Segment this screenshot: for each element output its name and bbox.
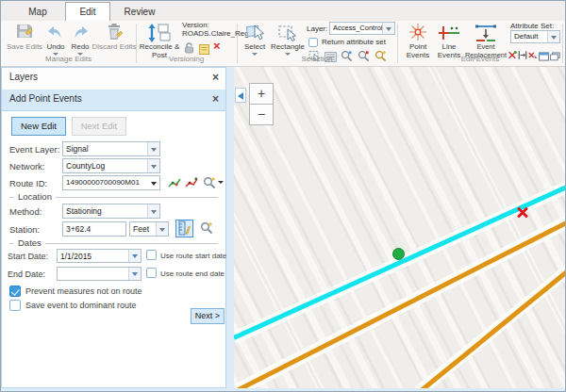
event-layer-label: Event Layer: — [9, 144, 59, 155]
save-dominant-checkbox[interactable] — [9, 300, 21, 311]
use-route-start-label: Use route start date — [160, 252, 226, 260]
dates-section-label: Dates — [14, 237, 45, 248]
pick-station-tool-button[interactable] — [175, 220, 193, 237]
layers-panel-header[interactable]: Layers × — [2, 68, 225, 90]
save-dominant-label: Save event to dominant route — [25, 301, 137, 310]
location-separator: Location — [9, 197, 218, 198]
redo-icon — [71, 24, 90, 43]
version-label: Version: — [182, 21, 209, 29]
point-event-marker[interactable] — [392, 248, 405, 260]
start-date-combo-arrow[interactable] — [128, 250, 141, 262]
location-section-label: Location — [14, 191, 56, 202]
dates-separator: Dates — [9, 243, 218, 244]
delete-version-icon[interactable]: × — [213, 40, 221, 53]
return-attribute-set-checkbox[interactable] — [308, 38, 318, 47]
tab-map[interactable]: Map — [16, 4, 59, 21]
event-layer-value: Signal — [66, 142, 147, 155]
event-layer-combo[interactable]: Signal — [62, 141, 160, 156]
zoom-to-route-icon[interactable] — [203, 176, 216, 193]
save-icon — [15, 23, 34, 43]
left-dock-panel: Layers × Add Point Events × New Edit Nex… — [1, 67, 226, 388]
end-date-label: End Date: — [8, 270, 45, 279]
attribute-set-combo[interactable]: Default — [510, 30, 560, 43]
add-point-events-header[interactable]: Add Point Events × — [2, 90, 225, 111]
end-date-value — [60, 268, 128, 280]
undo-icon — [46, 24, 65, 43]
return-attribute-set-label: Return attribute set — [322, 38, 386, 46]
layer-combo-value: Access_Control — [333, 23, 382, 34]
window-bottom-edge — [1, 388, 565, 392]
road-casing — [234, 215, 565, 388]
next-button[interactable]: Next > — [191, 308, 225, 324]
attribute-set-value: Default — [514, 31, 547, 42]
group-label-manage-edits: Manage Edits — [1, 55, 136, 63]
group-label-edit-events: Edit Events — [397, 55, 563, 63]
new-edit-button[interactable]: New Edit — [11, 117, 66, 136]
ribbon-tab-strip: Map Edit Review — [1, 1, 565, 22]
use-route-end-label: Use route end date — [160, 270, 225, 278]
version-value: ROADS.Claire_Reg — [182, 29, 249, 38]
layer-combo[interactable]: Access_Control — [329, 22, 395, 35]
next-edit-button[interactable]: Next Edit — [72, 117, 126, 136]
start-date-label: Start Date: — [8, 252, 48, 261]
collapse-arrow-icon — [238, 92, 243, 100]
collapse-panel-button[interactable] — [235, 88, 246, 103]
add-point-events-close-icon[interactable]: × — [212, 92, 219, 106]
layers-panel-title: Layers — [9, 72, 38, 82]
station-unit-value: Feet — [133, 222, 156, 236]
route-id-value: 14900000700090M01 — [66, 176, 147, 189]
select-route-on-map-icon[interactable] — [168, 176, 181, 193]
method-combo[interactable]: Stationing — [62, 204, 160, 219]
add-point-events-title: Add Point Events — [9, 93, 82, 104]
start-date-value: 1/1/2015 — [60, 250, 128, 262]
route-id-label: Route ID: — [9, 178, 47, 188]
method-label: Method: — [9, 206, 42, 217]
tab-edit[interactable]: Edit — [65, 2, 110, 21]
zoom-to-station-icon[interactable] — [200, 221, 213, 238]
network-value: CountyLog — [66, 159, 147, 172]
event-layer-combo-arrow[interactable] — [147, 142, 159, 155]
layers-close-icon[interactable]: × — [212, 71, 219, 84]
use-route-start-checkbox[interactable] — [146, 250, 157, 260]
zoom-to-route-dropdown-icon[interactable] — [218, 181, 224, 184]
attribute-set-label: Attribute Set: — [510, 22, 554, 30]
network-combo-arrow[interactable] — [147, 159, 159, 172]
layer-combo-arrow[interactable] — [382, 23, 394, 34]
network-label: Network: — [9, 161, 44, 172]
use-route-end-checkbox[interactable] — [146, 268, 157, 278]
attribute-set-combo-arrow[interactable] — [547, 31, 559, 42]
clear-route-selection-icon[interactable] — [185, 176, 198, 193]
end-date-combo-arrow[interactable] — [128, 268, 141, 280]
prevent-measures-checkbox[interactable] — [9, 286, 21, 297]
layer-label: Layer: — [307, 24, 327, 33]
method-value: Stationing — [66, 204, 147, 218]
zoom-out-button[interactable]: − — [249, 104, 274, 125]
station-label: Station: — [9, 224, 40, 235]
group-label-versioning: Versioning — [136, 55, 237, 63]
map-view[interactable]: + − — [234, 67, 565, 388]
tab-review[interactable]: Review — [116, 4, 163, 21]
group-label-selection: Selection — [237, 55, 397, 63]
station-unit-combo[interactable]: Feet — [129, 221, 169, 237]
start-date-combo[interactable]: 1/1/2015 — [57, 249, 142, 263]
location-marker-icon[interactable] — [516, 205, 529, 219]
zoom-in-button[interactable]: + — [249, 83, 274, 105]
arcgis-window: Map Edit Review Save Edits Undo Redo — [0, 0, 566, 392]
ribbon: Save Edits Undo Redo Discard Edits Manag… — [1, 21, 565, 67]
station-input[interactable]: 3+62.4 — [62, 221, 126, 237]
network-combo[interactable]: CountyLog — [62, 158, 160, 173]
station-unit-combo-arrow[interactable] — [156, 222, 168, 236]
method-combo-arrow[interactable] — [147, 204, 159, 218]
panel-splitter[interactable] — [226, 67, 234, 388]
route-id-combo[interactable]: 14900000700090M01 — [62, 175, 160, 190]
route-id-combo-arrow[interactable] — [148, 176, 159, 189]
end-date-combo[interactable] — [57, 267, 142, 281]
prevent-measures-label: Prevent measures not on route — [25, 286, 142, 296]
